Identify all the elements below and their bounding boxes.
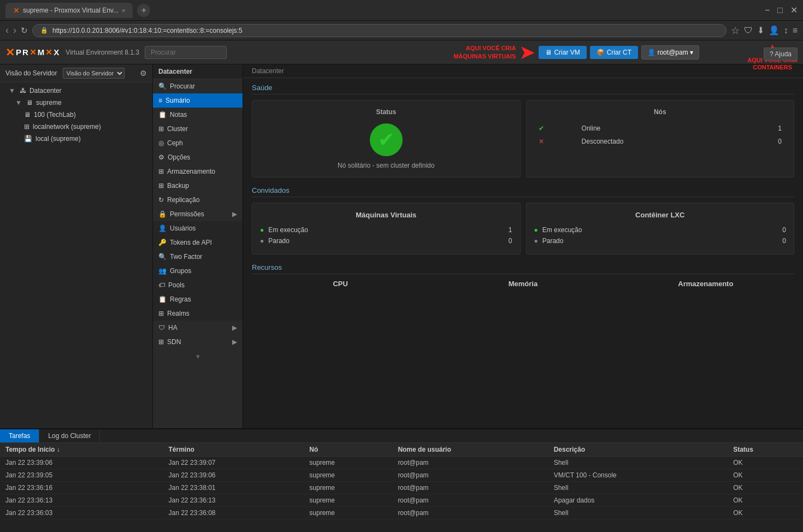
status-card: Status ✔ Nó solitário - sem cluster defi… [252,100,521,178]
panel-item-pools[interactable]: 🏷 Pools [153,278,243,292]
sidebar-item-supreme[interactable]: ▼ 🖥 supreme [0,97,152,109]
panel-item-permissoes[interactable]: 🔒 Permissões ▶ [153,207,243,221]
star-icon[interactable]: ☆ [731,25,740,37]
cell-start: Jan 22 23:36:13 [0,494,163,507]
cell-node: supreme [304,469,392,482]
settings-icon[interactable]: ⚙ [140,69,147,78]
panel-item-sumario[interactable]: ≡ Sumário [153,93,243,108]
search-input[interactable] [145,46,227,59]
lxc-stopped-row: ● Parado 0 [534,235,787,246]
criar-ct-button[interactable]: 📦 Criar CT [590,46,638,59]
offline-x-icon: ✕ [539,138,544,145]
bottom-tabs: Tarefas Log do Cluster [0,429,803,443]
restore-icon[interactable]: □ [777,5,783,15]
panel-item-tokens[interactable]: 🔑 Tokens de API [153,235,243,250]
tab-cluster-log[interactable]: Log do Cluster [39,429,100,442]
health-check-icon: ✔ [260,121,512,156]
panel-item-notas[interactable]: 📋 Notas [153,108,243,122]
profile-icon[interactable]: 👤 [769,25,780,36]
cell-end: Jan 22 23:36:13 [163,494,304,507]
vm-annotation-text: AQUI VOCÊ CRIAMÁQUINAS VIRTUAIS [453,44,516,60]
address-bar[interactable]: 🔒 https://10.0.0.201:8006/#v1:0:18:4:10:… [32,24,727,37]
sidebar-item-localnetwork[interactable]: ⊞ localnetwork (supreme) [0,121,152,133]
cell-desc: Shell [548,457,728,469]
user-button[interactable]: 👤 root@pam ▾ [641,45,699,60]
panel-item-grupos[interactable]: 👥 Grupos [153,264,243,278]
cell-desc: VM/CT 100 - Console [548,469,728,482]
browser-tab[interactable]: ✕ supreme - Proxmox Virtual Env... × [5,3,133,18]
col-node[interactable]: Nó [304,443,392,457]
sidebar-item-datacenter[interactable]: ▼ 🖧 Datacenter [0,85,152,97]
col-username[interactable]: Nome de usuário [392,443,548,457]
grupos-label: Grupos [170,267,191,275]
view-selector[interactable]: Visão do Servidor [63,68,125,79]
vm-stopped-count: 0 [509,237,512,245]
menu-icon[interactable]: ≡ [793,26,798,36]
table-row: Jan 22 23:36:16 Jan 22 23:38:01 supreme … [0,482,803,494]
resources-section-title: Recursos [252,263,794,274]
criar-vm-button[interactable]: 🖥 Criar VM [539,46,586,59]
expand-icon: ▶ [232,338,237,346]
back-button[interactable]: ‹ [5,25,9,36]
monitor-icon: 🖥 [545,49,552,56]
panel-item-cluster[interactable]: ⊞ Cluster [153,122,243,136]
vm-running-count: 1 [509,226,512,234]
panel-item-realms[interactable]: ⊞ Realms [153,306,243,321]
panel-item-usuarios[interactable]: 👤 Usuários [153,221,243,235]
panel-item-ceph[interactable]: ◎ Ceph [153,136,243,150]
cpu-card: CPU [252,280,429,291]
close-icon[interactable]: ✕ [790,5,798,15]
nodes-card-title: Nós [534,108,787,116]
content-area: Datacenter Saúde Status ✔ Nó solitário -… [243,64,803,428]
minimize-icon[interactable]: − [765,5,770,15]
cell-status: OK [728,469,803,482]
tasks-table: Tempo de Início ↓ Término Nó Nome de usu… [0,443,803,519]
dropdown-icon: ▾ [690,49,693,56]
vm-stopped-icon: ● [260,237,264,245]
table-row: Jan 22 23:39:06 Jan 22 23:39:07 supreme … [0,457,803,469]
online-label: Online [578,122,748,134]
tab-tarefas[interactable]: Tarefas [0,429,39,442]
extensions-icon[interactable]: 🛡 [744,26,753,36]
sidebar-item-local[interactable]: 💾 local (supreme) [0,133,152,145]
download-icon[interactable]: ⬇ [757,25,764,36]
storage-card: Armazenamento [617,280,794,291]
col-start-time[interactable]: Tempo de Início ↓ [0,443,163,457]
twofactor-label: Two Factor [170,253,202,261]
scroll-down-icon[interactable]: ▾ [153,349,243,364]
realms-icon: ⊞ [158,310,164,317]
col-end-time[interactable]: Término [163,443,304,457]
panel-item-armazenamento[interactable]: ⊞ Armazenamento [153,164,243,179]
panel-item-opcoes[interactable]: ⚙ Opções [153,150,243,164]
vm-annotation: AQUI VOCÊ CRIAMÁQUINAS VIRTUAIS [453,44,516,60]
criar-ct-label: Criar CT [607,49,631,56]
browser-chrome: ✕ supreme - Proxmox Virtual Env... × + −… [0,0,803,21]
panel-item-sdn[interactable]: ⊞ SDN ▶ [153,335,243,349]
sumario-label: Sumário [166,97,190,104]
lxc-running-icon: ● [534,226,538,234]
col-status[interactable]: Status [728,443,803,457]
tab-close-button[interactable]: × [122,7,125,14]
panel-item-twofactor[interactable]: 🔍 Two Factor [153,250,243,264]
ajuda-button[interactable]: ? Ajuda [764,48,798,61]
cell-status: OK [728,507,803,519]
panel-item-ha[interactable]: 🛡 HA ▶ [153,321,243,335]
panel-item-procurar[interactable]: 🔍 Procurar [153,79,243,93]
col-description[interactable]: Descrição [548,443,728,457]
reload-button[interactable]: ↻ [21,26,28,36]
sidebar-item-techlab[interactable]: 🖥 100 (TechLab) [0,109,152,121]
sdn-label: SDN [167,338,181,346]
online-count: 1 [749,122,786,134]
panel-item-regras[interactable]: 📋 Regras [153,292,243,306]
middle-panel: Datacenter 🔍 Procurar ≡ Sumário 📋 Notas … [153,64,243,428]
sync-icon[interactable]: ↕ [784,26,788,36]
panel-item-backup[interactable]: ⊞ Backup [153,179,243,193]
health-status-text: Nó solitário - sem cluster definido [260,162,512,169]
panel-item-replicacao[interactable]: ↻ Replicação [153,193,243,207]
new-tab-button[interactable]: + [137,4,150,17]
forward-button[interactable]: › [13,25,16,36]
lock-icon: 🔒 [40,27,48,34]
cell-end: Jan 22 23:39:07 [163,457,304,469]
cell-node: supreme [304,494,392,507]
server-icon: 🖥 [26,99,33,107]
